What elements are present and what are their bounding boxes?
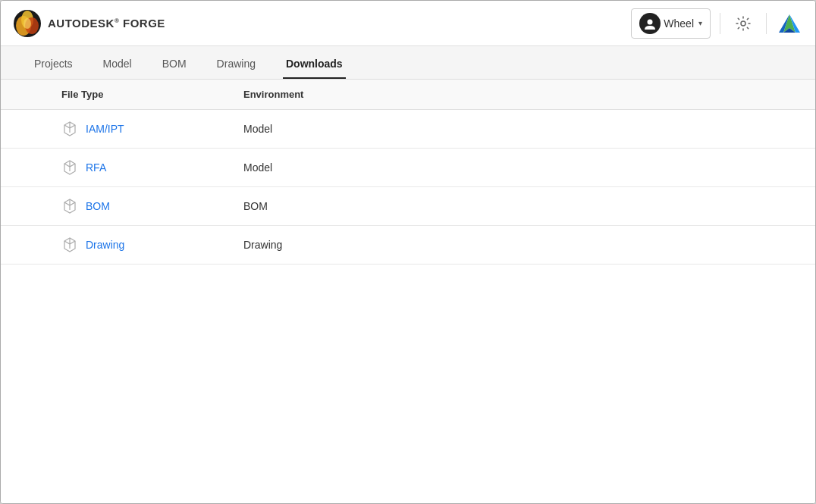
header: AUTODESK® FORGE Wheel ▾ — [1, 1, 815, 46]
row-file-type-cell: Drawing — [61, 236, 243, 253]
row-environment-cell: Model — [243, 161, 755, 174]
row-file-type-cell: RFA — [61, 159, 243, 176]
svg-point-5 — [648, 19, 653, 24]
autodesk-text: AUTODESK — [48, 17, 115, 30]
table-header: File Type Environment — [1, 80, 815, 110]
chevron-down-icon: ▾ — [698, 19, 702, 27]
file-type-link[interactable]: BOM — [86, 200, 110, 212]
header-divider-2 — [766, 13, 767, 34]
tab-model[interactable]: Model — [100, 50, 135, 79]
tab-drawing[interactable]: Drawing — [214, 50, 259, 79]
header-right: Wheel ▾ — [631, 8, 803, 39]
file-type-icon — [61, 121, 78, 137]
autodesk-a-logo — [776, 10, 803, 37]
file-type-icon — [61, 236, 78, 253]
file-type-icon — [61, 198, 78, 214]
row-file-type-cell: IAM/IPT — [61, 121, 243, 137]
row-environment-cell: BOM — [243, 200, 755, 212]
file-type-link[interactable]: IAM/IPT — [86, 123, 124, 135]
registered-mark: ® — [115, 17, 119, 24]
brand-name: AUTODESK® FORGE — [48, 17, 165, 30]
settings-button[interactable] — [730, 10, 757, 37]
avatar-icon — [643, 17, 657, 30]
forge-logo-icon — [13, 9, 42, 38]
autodesk-logo-icon — [777, 11, 802, 36]
row-file-type-cell: BOM — [61, 198, 243, 214]
main-content: File Type Environment IAM/IPT Model — [1, 80, 815, 503]
product-text: FORGE — [123, 17, 165, 30]
avatar — [639, 13, 661, 34]
table-row[interactable]: BOM BOM — [1, 187, 815, 226]
file-type-link[interactable]: RFA — [86, 161, 106, 174]
table-row[interactable]: RFA Model — [1, 149, 815, 187]
svg-point-4 — [24, 18, 31, 29]
table-row[interactable]: IAM/IPT Model — [1, 110, 815, 149]
row-environment-cell: Model — [243, 123, 755, 135]
settings-icon — [735, 15, 752, 32]
row-environment-cell: Drawing — [243, 239, 755, 251]
nav-bar: Projects Model BOM Drawing Downloads — [1, 46, 815, 80]
header-divider — [720, 13, 720, 34]
app-window: AUTODESK® FORGE Wheel ▾ — [0, 0, 816, 504]
col-header-environment: Environment — [243, 89, 755, 100]
header-left: AUTODESK® FORGE — [13, 9, 165, 38]
tab-bom[interactable]: BOM — [159, 50, 190, 79]
brand-text: AUTODESK® FORGE — [48, 17, 165, 30]
tab-projects[interactable]: Projects — [31, 50, 76, 79]
user-menu-button[interactable]: Wheel ▾ — [631, 8, 711, 39]
table-row[interactable]: Drawing Drawing — [1, 226, 815, 265]
user-name: Wheel — [664, 17, 694, 30]
downloads-table: File Type Environment IAM/IPT Model — [1, 80, 815, 265]
file-type-icon — [61, 159, 78, 176]
file-type-link[interactable]: Drawing — [86, 239, 124, 251]
col-header-file-type: File Type — [61, 89, 243, 100]
svg-point-6 — [741, 21, 745, 26]
tab-downloads[interactable]: Downloads — [283, 50, 346, 79]
